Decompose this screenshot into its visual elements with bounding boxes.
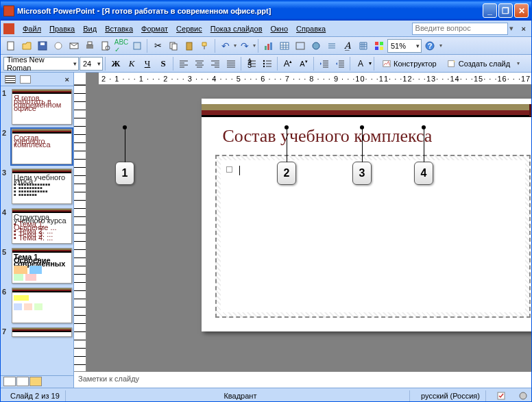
research-icon[interactable] [130, 38, 145, 53]
vertical-ruler[interactable] [74, 85, 86, 371]
decrease-font-icon[interactable]: A▾ [296, 56, 311, 71]
thumbnail[interactable]: Состав учебного комплекса [12, 129, 72, 164]
table-icon[interactable] [277, 38, 292, 53]
toolbar-options-icon[interactable]: ▾ [438, 42, 444, 49]
font-name-combo[interactable]: Times New Roman [3, 57, 79, 71]
thumbnail[interactable]: Я готов работать всовременном офисе [12, 89, 72, 125]
close-button[interactable]: ✕ [514, 3, 529, 18]
permission-icon[interactable] [51, 38, 66, 53]
menu-help[interactable]: Справка [292, 23, 330, 34]
align-left-icon[interactable] [176, 56, 191, 71]
font-color-dropdown-icon[interactable]: ▾ [369, 60, 372, 66]
bold-button[interactable]: Ж [108, 56, 123, 71]
svg-rect-2 [40, 42, 45, 45]
thumbnail[interactable] [12, 327, 72, 337]
thumbnail[interactable] [12, 288, 72, 323]
notes-pane[interactable]: Заметки к слайду [74, 371, 532, 388]
chart-icon[interactable] [261, 38, 276, 53]
shadow-button[interactable]: S [156, 56, 171, 71]
menu-file[interactable]: Файл [19, 23, 45, 34]
callout-4: 4 [414, 162, 433, 185]
svg-rect-17 [296, 42, 304, 49]
grid-icon[interactable] [356, 38, 371, 53]
italic-button[interactable]: К [124, 56, 139, 71]
font-color-icon[interactable]: A [353, 56, 368, 71]
increase-font-icon[interactable]: A▴ [280, 56, 295, 71]
slides-tab-icon[interactable] [20, 75, 31, 84]
toolbar2-options-icon[interactable]: ▾ [516, 60, 521, 66]
new-icon[interactable] [3, 38, 19, 53]
tables-borders-icon[interactable] [293, 38, 308, 53]
align-right-icon[interactable] [208, 56, 223, 71]
hyperlink-icon[interactable] [309, 38, 324, 53]
zoom-combo[interactable]: 51% [387, 39, 422, 53]
slide[interactable]: Состав учебного комплекса [202, 99, 532, 331]
thumbpane-close-icon[interactable]: × [65, 75, 69, 84]
underline-button[interactable]: Ч [140, 56, 155, 71]
thumbnail[interactable]: Цели учебного курса▪ ▪▪▪▪▪▪▪▪▪▪▪▪▪ ▪▪▪▪▪… [12, 168, 72, 204]
svg-rect-22 [375, 42, 378, 45]
normal-view-icon[interactable] [3, 377, 16, 386]
menu-window[interactable]: Окно [267, 23, 293, 34]
menu-format[interactable]: Формат [137, 23, 172, 34]
spelling-icon[interactable]: ABC✓ [114, 38, 129, 53]
maximize-button[interactable]: ❐ [498, 3, 513, 18]
undo-dropdown-icon[interactable]: ▾ [234, 42, 237, 49]
save-icon[interactable] [35, 38, 50, 53]
redo-icon[interactable]: ↷ [237, 38, 252, 53]
menu-tools[interactable]: Сервис [172, 23, 206, 34]
redo-dropdown-icon[interactable]: ▾ [253, 42, 256, 49]
format-painter-icon[interactable] [197, 38, 213, 53]
outline-tab-icon[interactable] [5, 75, 16, 84]
menu-slideshow[interactable]: Показ слайдов [206, 23, 267, 34]
font-size-combo[interactable]: 24 [80, 57, 103, 71]
color-icon[interactable] [372, 38, 387, 53]
distributed-icon[interactable] [223, 56, 239, 71]
help-search-input[interactable]: Введите вопрос [412, 23, 508, 35]
help-dropdown-icon[interactable]: ▾ [508, 24, 515, 33]
svg-point-3 [55, 42, 62, 49]
new-slide-button[interactable]: Создать слайд [442, 56, 515, 71]
numbering-icon[interactable]: 123 [244, 56, 259, 71]
thumbnail[interactable]: Тема 1. Освоение современных [12, 248, 72, 284]
status-spell-icon[interactable] [492, 390, 513, 401]
horizontal-ruler[interactable]: 2 · 1 · · · 1 · · · 2 · · · 3 · · · 4 · … [99, 73, 532, 85]
menu-insert[interactable]: Вставка [101, 23, 137, 34]
expand-icon[interactable] [324, 38, 339, 53]
slide-canvas[interactable]: Состав учебного комплекса 1 2 3 4 [86, 85, 532, 371]
open-icon[interactable] [19, 38, 34, 53]
bullets-icon[interactable] [260, 56, 275, 71]
thumbnail-list[interactable]: 1Я готов работать всовременном офисе 2Со… [1, 86, 73, 375]
undo-icon[interactable]: ↶ [218, 38, 233, 53]
increase-indent-icon[interactable] [332, 56, 348, 71]
svg-rect-15 [270, 42, 272, 50]
window-title: Microsoft PowerPoint - [Я готов работать… [17, 6, 483, 16]
preview-icon[interactable] [98, 38, 113, 53]
design-button[interactable]: Конструктор [377, 56, 442, 71]
slideshow-view-icon[interactable] [29, 377, 42, 386]
menu-edit[interactable]: Правка [45, 23, 79, 34]
show-formatting-icon[interactable]: A̲ [340, 38, 355, 53]
cut-icon[interactable]: ✂ [150, 38, 165, 53]
status-security-icon[interactable] [519, 392, 527, 400]
thumb-number: 7 [2, 327, 9, 336]
menu-view[interactable]: Вид [79, 23, 101, 34]
help-icon[interactable]: ? [422, 38, 437, 53]
standard-toolbar: ABC✓ ✂ ↶ ▾ ↷ ▾ A̲ 51% ? ▾ [1, 37, 531, 55]
document-icon [3, 23, 14, 34]
sorter-view-icon[interactable] [16, 377, 29, 386]
paste-icon[interactable] [182, 38, 197, 53]
align-center-icon[interactable] [192, 56, 207, 71]
slide-body-placeholder[interactable] [215, 155, 531, 318]
svg-rect-0 [8, 42, 14, 50]
thumbnail[interactable]: Структура учебного курса▪ Тема 1. Освоен… [12, 208, 72, 244]
slide-title[interactable]: Состав учебного комплекса [222, 126, 432, 147]
doc-close-button[interactable]: × [519, 25, 529, 33]
copy-icon[interactable] [166, 38, 181, 53]
decrease-indent-icon[interactable] [317, 56, 332, 71]
minimize-button[interactable]: _ [483, 3, 497, 18]
title-bar: Microsoft PowerPoint - [Я готов работать… [1, 1, 531, 21]
email-icon[interactable] [66, 38, 82, 53]
print-icon[interactable] [82, 38, 97, 53]
svg-point-33 [263, 65, 265, 66]
